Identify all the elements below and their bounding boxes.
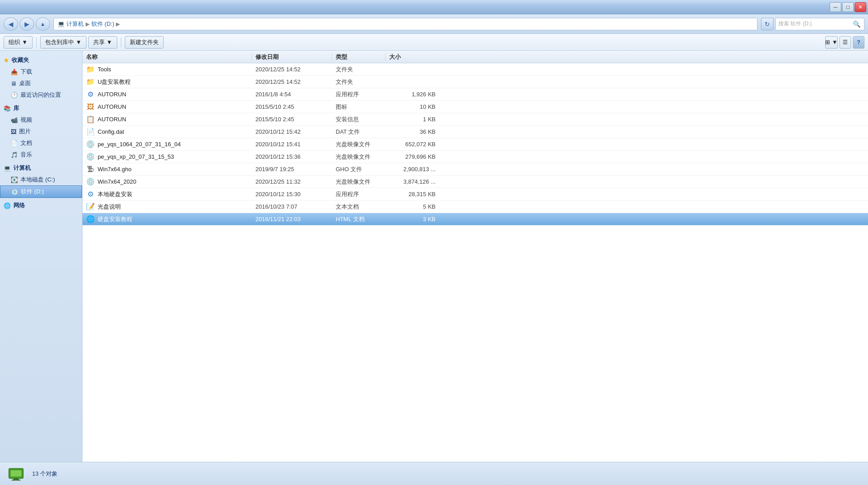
- sidebar-header-favorites[interactable]: ★ 收藏夹: [0, 54, 82, 66]
- title-bar: ─ □ ✕: [0, 0, 868, 14]
- file-type: GHO 文件: [332, 165, 386, 173]
- sidebar-item-images[interactable]: 🖼 图片: [0, 126, 82, 137]
- sidebar-item-docs[interactable]: 📄 文档: [0, 137, 82, 149]
- column-header-date[interactable]: 修改日期: [252, 53, 332, 61]
- favorites-icon: ★: [4, 57, 9, 64]
- file-type: 光盘映像文件: [332, 153, 386, 161]
- table-row[interactable]: 📄 Config.dat 2020/10/12 15:42 DAT 文件 36 …: [82, 126, 868, 138]
- sidebar-header-library[interactable]: 📚 库: [0, 103, 82, 114]
- table-row[interactable]: 🖼 AUTORUN 2015/5/10 2:45 图标 10 KB: [82, 101, 868, 113]
- include-label: 包含到库中: [45, 38, 74, 46]
- file-name: AUTORUN: [98, 116, 126, 123]
- view-detail-button[interactable]: ☰: [839, 36, 851, 49]
- table-row[interactable]: 📁 U盘安装教程 2020/12/25 14:52 文件夹: [82, 76, 868, 88]
- sidebar-item-download[interactable]: 📥 下载: [0, 66, 82, 78]
- sidebar-item-c-drive[interactable]: 💽 本地磁盘 (C:): [0, 174, 82, 185]
- file-icon: 📁: [86, 78, 95, 86]
- sidebar-item-video[interactable]: 📹 视频: [0, 114, 82, 126]
- network-icon: 🌐: [4, 202, 11, 209]
- file-icon: 📁: [86, 65, 95, 74]
- file-icon: ⚙: [86, 190, 95, 199]
- main-content: ★ 收藏夹 📥 下载 🖥 桌面 🕐 最近访问的位置 📚 库: [0, 51, 868, 462]
- sidebar-section-computer: 💻 计算机 💽 本地磁盘 (C:) 💿 软件 (D:): [0, 162, 82, 198]
- desktop-label: 桌面: [19, 79, 31, 87]
- file-name: Tools: [98, 66, 111, 73]
- include-library-button[interactable]: 包含到库中 ▼: [40, 36, 86, 49]
- search-bar[interactable]: 搜索 软件 (D:) 🔍: [775, 18, 864, 30]
- file-size: 28,315 KB: [386, 191, 439, 197]
- file-size: 36 KB: [386, 128, 439, 135]
- file-size: 1 KB: [386, 116, 439, 123]
- sidebar-item-d-drive[interactable]: 💿 软件 (D:): [0, 185, 82, 198]
- back-button[interactable]: ◀: [4, 17, 18, 31]
- file-type: 文本文档: [332, 203, 386, 211]
- forward-button[interactable]: ▶: [20, 17, 34, 31]
- sidebar-header-computer[interactable]: 💻 计算机: [0, 162, 82, 174]
- share-label: 共享: [93, 38, 105, 46]
- column-header-name[interactable]: 名称: [82, 53, 252, 61]
- file-type: DAT 文件: [332, 128, 386, 136]
- share-button[interactable]: 共享 ▼: [88, 36, 117, 49]
- column-header-type[interactable]: 类型: [332, 53, 386, 61]
- sidebar-item-desktop[interactable]: 🖥 桌面: [0, 78, 82, 89]
- desktop-icon: 🖥: [11, 80, 16, 87]
- table-row[interactable]: 📝 光盘说明 2016/10/23 7:07 文本文档 5 KB: [82, 201, 868, 213]
- column-header-size[interactable]: 大小: [386, 53, 439, 61]
- organize-button[interactable]: 组织 ▼: [4, 36, 33, 49]
- svg-rect-3: [12, 480, 21, 481]
- help-button[interactable]: ?: [853, 36, 864, 49]
- computer-label: 计算机: [13, 164, 31, 172]
- table-row[interactable]: 📁 Tools 2020/12/25 14:52 文件夹: [82, 63, 868, 76]
- file-rows: 📁 Tools 2020/12/25 14:52 文件夹 📁 U盘安装教程 20…: [82, 63, 868, 226]
- close-button[interactable]: ✕: [855, 2, 866, 12]
- refresh-button[interactable]: ↻: [761, 18, 773, 30]
- file-date: 2016/11/21 22:03: [252, 216, 332, 222]
- sidebar-section-favorites: ★ 收藏夹 📥 下载 🖥 桌面 🕐 最近访问的位置: [0, 54, 82, 101]
- table-row[interactable]: 🌐 硬盘安装教程 2016/11/21 22:03 HTML 文档 3 KB: [82, 213, 868, 226]
- nav-bar: ◀ ▶ ▲ 💻 计算机 ▶ 软件 (D:) ▶ ↻ 搜索 软件 (D:) 🔍: [0, 14, 868, 34]
- search-icon[interactable]: 🔍: [852, 19, 861, 29]
- video-icon: 📹: [11, 117, 18, 123]
- file-date: 2020/10/12 15:41: [252, 141, 332, 148]
- breadcrumb-drive[interactable]: 软件 (D:): [91, 20, 114, 28]
- file-name: pe_yqs_xp_20_07_31_15_53: [98, 153, 174, 160]
- file-list-header: 名称 修改日期 类型 大小: [82, 51, 868, 63]
- file-icon: 💿: [86, 152, 95, 161]
- table-row[interactable]: 💿 Win7x64_2020 2020/12/25 11:32 光盘映像文件 3…: [82, 176, 868, 188]
- d-drive-icon: 💿: [11, 189, 18, 195]
- download-label: 下载: [21, 68, 32, 76]
- file-type: 应用程序: [332, 190, 386, 198]
- breadcrumb-computer[interactable]: 计算机: [66, 20, 84, 28]
- table-row[interactable]: 🗜 Win7x64.gho 2019/9/7 19:25 GHO 文件 2,90…: [82, 163, 868, 176]
- minimize-button[interactable]: ─: [830, 2, 841, 12]
- file-date: 2015/5/10 2:45: [252, 116, 332, 123]
- file-icon: 🖼: [86, 103, 95, 111]
- sidebar-header-network[interactable]: 🌐 网络: [0, 200, 82, 211]
- sidebar-item-music[interactable]: 🎵 音乐: [0, 149, 82, 160]
- table-row[interactable]: 📋 AUTORUN 2015/5/10 2:45 安装信息 1 KB: [82, 113, 868, 126]
- breadcrumb-icon: 💻: [58, 21, 65, 27]
- c-drive-label: 本地磁盘 (C:): [21, 176, 55, 184]
- up-button[interactable]: ▲: [36, 17, 50, 31]
- new-folder-button[interactable]: 新建文件夹: [125, 36, 164, 49]
- file-date: 2020/12/25 14:52: [252, 78, 332, 85]
- sidebar-item-recent[interactable]: 🕐 最近访问的位置: [0, 89, 82, 101]
- toolbar-separator-1: [36, 37, 37, 47]
- view-options-button[interactable]: ⊞ ▼: [825, 36, 838, 49]
- maximize-button[interactable]: □: [842, 2, 854, 12]
- organize-label: 组织: [8, 38, 20, 46]
- table-row[interactable]: ⚙ AUTORUN 2016/1/8 4:54 应用程序 1,926 KB: [82, 88, 868, 101]
- table-row[interactable]: 💿 pe_yqs_xp_20_07_31_15_53 2020/10/12 15…: [82, 151, 868, 163]
- table-row[interactable]: ⚙ 本地硬盘安装 2020/10/12 15:30 应用程序 28,315 KB: [82, 188, 868, 201]
- file-date: 2019/9/7 19:25: [252, 166, 332, 173]
- file-name: 本地硬盘安装: [98, 190, 132, 198]
- share-dropdown-icon: ▼: [107, 39, 112, 45]
- view-options-dropdown: ▼: [832, 39, 838, 45]
- breadcrumb[interactable]: 💻 计算机 ▶ 软件 (D:) ▶: [53, 18, 757, 30]
- recent-icon: 🕐: [11, 92, 18, 99]
- file-date: 2015/5/10 2:45: [252, 103, 332, 110]
- table-row[interactable]: 💿 pe_yqs_1064_20_07_31_16_04 2020/10/12 …: [82, 138, 868, 151]
- file-icon: 📋: [86, 115, 95, 124]
- file-icon: 🌐: [86, 215, 95, 224]
- images-label: 图片: [19, 127, 31, 136]
